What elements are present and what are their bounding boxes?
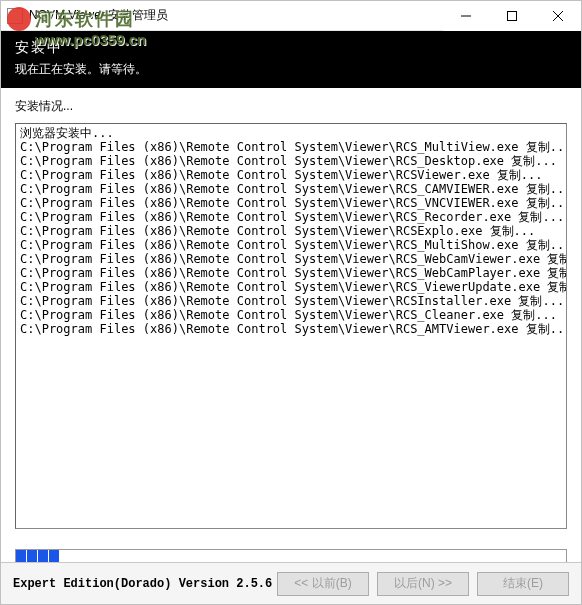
log-line: C:\Program Files (x86)\Remote Control Sy…	[20, 308, 562, 322]
log-line: C:\Program Files (x86)\Remote Control Sy…	[20, 280, 562, 294]
log-line: C:\Program Files (x86)\Remote Control Sy…	[20, 182, 562, 196]
log-line: C:\Program Files (x86)\Remote Control Sy…	[20, 154, 562, 168]
log-line: C:\Program Files (x86)\Remote Control Sy…	[20, 252, 562, 266]
log-line: C:\Program Files (x86)\Remote Control Sy…	[20, 294, 562, 308]
back-button[interactable]: << 以前(B)	[277, 572, 369, 596]
log-line: C:\Program Files (x86)\Remote Control Sy…	[20, 322, 562, 336]
install-title: 安装中	[15, 39, 567, 57]
log-line: C:\Program Files (x86)\Remote Control Sy…	[20, 210, 562, 224]
log-line: C:\Program Files (x86)\Remote Control Sy…	[20, 140, 562, 154]
log-line: C:\Program Files (x86)\Remote Control Sy…	[20, 224, 562, 238]
finish-button[interactable]: 结束(E)	[477, 572, 569, 596]
install-header: 安装中 现在正在安装。请等待。	[1, 31, 581, 88]
log-header: 浏览器安装中...	[20, 126, 562, 140]
window-title: NOVM Viewer 安装管理员	[29, 7, 443, 24]
log-line: C:\Program Files (x86)\Remote Control Sy…	[20, 238, 562, 252]
minimize-button[interactable]	[443, 1, 489, 31]
install-status-label: 安装情况...	[15, 98, 567, 115]
install-log[interactable]: 浏览器安装中... C:\Program Files (x86)\Remote …	[15, 123, 567, 529]
install-subtitle: 现在正在安装。请等待。	[15, 61, 567, 78]
version-label: Expert Edition(Dorado) Version 2.5.6	[13, 577, 277, 591]
content-area: 安装情况... 浏览器安装中... C:\Program Files (x86)…	[1, 88, 581, 539]
log-line: C:\Program Files (x86)\Remote Control Sy…	[20, 168, 562, 182]
app-icon	[7, 8, 23, 24]
installer-window: 河东软件园 www.pc0359.cn NOVM Viewer 安装管理员 安装…	[0, 0, 582, 605]
svg-rect-1	[508, 11, 517, 20]
next-button[interactable]: 以后(N) >>	[377, 572, 469, 596]
log-line: C:\Program Files (x86)\Remote Control Sy…	[20, 266, 562, 280]
close-button[interactable]	[535, 1, 581, 31]
titlebar[interactable]: NOVM Viewer 安装管理员	[1, 1, 581, 31]
log-line: C:\Program Files (x86)\Remote Control Sy…	[20, 196, 562, 210]
maximize-button[interactable]	[489, 1, 535, 31]
footer: Expert Edition(Dorado) Version 2.5.6 << …	[1, 562, 581, 604]
window-controls	[443, 1, 581, 31]
